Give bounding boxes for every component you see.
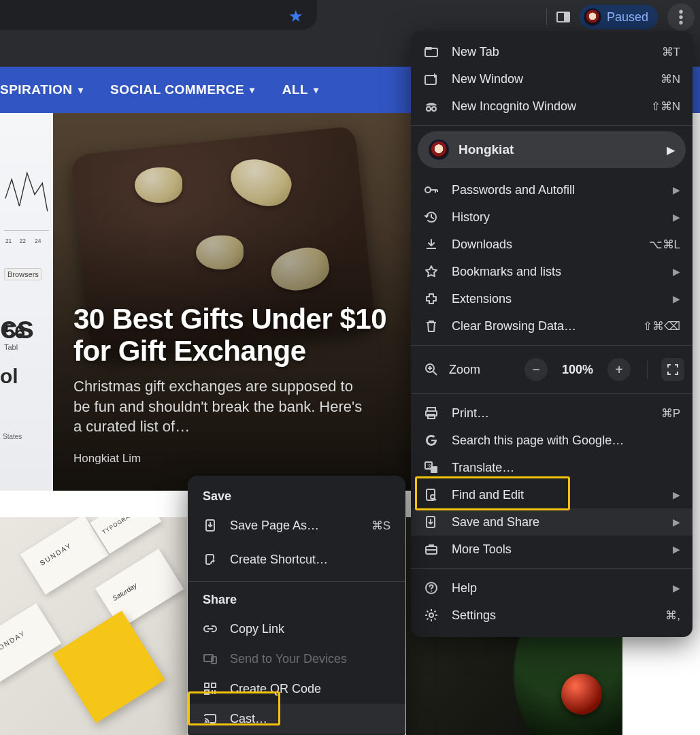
- submenu-section-share: Share: [188, 589, 405, 614]
- menu-shortcut: ⌥⌘L: [649, 238, 680, 252]
- save-page-icon: [203, 519, 218, 532]
- menu-label: Create QR Code: [230, 682, 390, 696]
- bookmark-star-icon[interactable]: ★: [288, 7, 303, 26]
- chevron-down-icon: ▾: [250, 84, 255, 95]
- submenu-save-page-as[interactable]: Save Page As… ⌘S: [188, 510, 405, 540]
- menu-help[interactable]: Help ▶: [411, 574, 693, 602]
- menu-print[interactable]: Print… ⌘P: [411, 399, 693, 427]
- submenu-section-save: Save: [188, 485, 405, 510]
- menu-label: Translate…: [452, 461, 680, 475]
- star-icon: [423, 265, 439, 278]
- menu-label: Send to Your Devices: [230, 652, 390, 666]
- menu-new-incognito[interactable]: New Incognito Window ⇧⌘N: [411, 93, 693, 120]
- card-typography[interactable]: SUNDAY Saturday MONDAY TYPOGRAPHY: [0, 517, 187, 735]
- nav-label: SOCIAL COMMERCE: [110, 82, 244, 97]
- zoom-in-button[interactable]: +: [607, 358, 631, 381]
- menu-downloads[interactable]: Downloads ⌥⌘L: [411, 231, 693, 258]
- fragment-cs: cs: [0, 309, 54, 346]
- menu-bookmarks[interactable]: Bookmarks and lists ▶: [411, 258, 693, 285]
- google-icon: [423, 434, 439, 447]
- menu-label: Print…: [452, 406, 649, 421]
- zoom-icon: [423, 363, 439, 376]
- article-title[interactable]: 30 Best Gifts Under $10 for Gift Exchang…: [73, 303, 393, 367]
- chrome-menu-button[interactable]: •••: [667, 3, 695, 31]
- submenu-cast[interactable]: Cast…: [188, 704, 405, 734]
- profile-name: Hongkiat: [459, 142, 657, 157]
- address-bar-pill[interactable]: [0, 0, 317, 30]
- menu-label: Extensions: [452, 292, 656, 306]
- submenu-separator: [188, 581, 405, 582]
- chevron-right-icon: ▶: [667, 144, 675, 157]
- nav-item-all[interactable]: ALL▾: [282, 82, 319, 97]
- side-panel-icon[interactable]: [556, 12, 570, 22]
- cast-icon: [203, 713, 218, 724]
- menu-separator: [411, 393, 693, 394]
- zoom-out-button[interactable]: −: [524, 358, 548, 381]
- menu-extensions[interactable]: Extensions ▶: [411, 285, 693, 312]
- menu-settings[interactable]: Settings ⌘,: [411, 602, 693, 629]
- nav-item-inspiration[interactable]: SPIRATION▾: [0, 82, 83, 97]
- svg-rect-6: [425, 47, 432, 50]
- menu-label: Downloads: [452, 238, 637, 252]
- new-window-icon: [423, 73, 439, 85]
- hero-side-text: cs ol: [0, 309, 54, 388]
- submenu-create-shortcut[interactable]: Create Shortcut…: [188, 544, 405, 574]
- nav-label: SPIRATION: [0, 82, 73, 97]
- menu-new-tab[interactable]: New Tab ⌘T: [411, 38, 693, 65]
- fragment-ol: ol: [0, 365, 54, 388]
- menu-more-tools[interactable]: More Tools ▶: [411, 536, 693, 563]
- zoom-divider: [647, 360, 648, 379]
- qr-icon: [203, 683, 218, 695]
- chevron-right-icon: ▶: [669, 583, 680, 593]
- menu-shortcut: ⌘N: [661, 72, 680, 86]
- extension-icon: [423, 292, 439, 306]
- toolbox-icon: [423, 544, 439, 555]
- svg-point-9: [432, 107, 436, 111]
- menu-separator: [411, 568, 693, 569]
- menu-save-share[interactable]: Save and Share ▶: [411, 508, 693, 536]
- menu-label: History: [452, 210, 656, 225]
- chevron-right-icon: ▶: [669, 293, 680, 304]
- article-author[interactable]: Hongkiat Lim: [73, 452, 393, 466]
- avatar-icon: [584, 8, 601, 26]
- menu-label: Save and Share: [452, 515, 656, 529]
- profile-paused-chip[interactable]: Paused: [580, 5, 658, 29]
- menu-new-window[interactable]: New Window ⌘N: [411, 65, 693, 93]
- menu-label: Settings: [452, 608, 653, 623]
- svg-point-8: [427, 107, 431, 111]
- menu-shortcut: ⌘,: [665, 608, 680, 623]
- key-icon: [423, 185, 439, 195]
- history-icon: [423, 210, 439, 224]
- zoom-label: Zoom: [449, 363, 480, 377]
- chevron-right-icon: ▶: [669, 184, 680, 195]
- menu-label: Help: [452, 581, 656, 595]
- hero-side-strip: 21 22 24 Browsers 56 Tabl States: [0, 113, 53, 491]
- nav-item-social-commerce[interactable]: SOCIAL COMMERCE▾: [110, 82, 255, 97]
- menu-passwords[interactable]: Passwords and Autofill ▶: [411, 176, 693, 203]
- avatar-icon: [429, 140, 449, 160]
- save-share-submenu: Save Save Page As… ⌘S Create Shortcut… S…: [188, 476, 405, 735]
- incognito-icon: [423, 101, 439, 112]
- submenu-copy-link[interactable]: Copy Link: [188, 614, 405, 644]
- menu-profile[interactable]: Hongkiat ▶: [418, 131, 686, 168]
- menu-translate[interactable]: 文 Translate…: [411, 454, 693, 481]
- menu-history[interactable]: History ▶: [411, 203, 693, 231]
- find-icon: [423, 488, 439, 502]
- chevron-down-icon: ▾: [78, 84, 84, 95]
- svg-point-31: [205, 722, 206, 723]
- submenu-create-qr[interactable]: Create QR Code: [188, 674, 405, 704]
- svg-rect-28: [205, 683, 209, 687]
- chevron-right-icon: ▶: [669, 517, 680, 527]
- menu-find-edit[interactable]: Find and Edit ▶: [411, 481, 693, 508]
- svg-text:文: 文: [427, 463, 432, 468]
- fullscreen-button[interactable]: [661, 358, 684, 381]
- svg-text:21: 21: [5, 238, 12, 244]
- menu-search-google[interactable]: Search this page with Google…: [411, 427, 693, 454]
- menu-clear-data[interactable]: Clear Browsing Data… ⇧⌘⌫: [411, 312, 693, 340]
- menu-label: Cast…: [230, 712, 390, 726]
- translate-icon: 文: [423, 461, 439, 474]
- chevron-down-icon: ▾: [314, 84, 319, 95]
- menu-label: Copy Link: [230, 622, 390, 636]
- svg-point-23: [431, 591, 432, 592]
- kebab-icon: •••: [678, 9, 683, 25]
